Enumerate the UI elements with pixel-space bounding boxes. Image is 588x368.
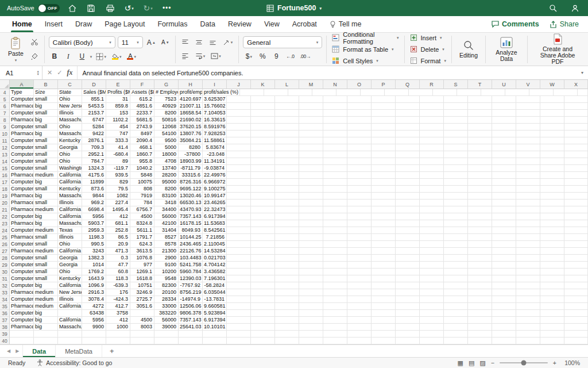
cell-A4[interactable]: Type xyxy=(10,89,34,96)
cell-M35[interactable] xyxy=(299,303,323,310)
cell-P33[interactable] xyxy=(372,289,396,296)
cell-D5[interactable]: 855.1 xyxy=(82,96,106,103)
share-button[interactable]: Share xyxy=(550,20,579,28)
cell-V22[interactable] xyxy=(516,213,540,220)
cell-X7[interactable] xyxy=(564,110,588,117)
cell-I23[interactable]: 11.53683 xyxy=(203,220,227,227)
cell-F9[interactable]: 2743.9 xyxy=(130,124,154,131)
cell-L29[interactable] xyxy=(275,262,299,269)
cell-V40[interactable] xyxy=(516,338,540,344)
cell-R28[interactable] xyxy=(420,255,444,262)
cell-V15[interactable] xyxy=(516,165,540,172)
cell-C37[interactable]: California xyxy=(58,317,82,324)
row-header-30[interactable]: 30 xyxy=(0,269,10,275)
cell-J38[interactable] xyxy=(227,324,251,331)
cell-T23[interactable] xyxy=(468,220,492,227)
cell-I28[interactable]: 0.021703 xyxy=(203,255,227,262)
cell-A29[interactable]: Computer xyxy=(10,262,34,269)
cell-T9[interactable] xyxy=(468,124,492,131)
cell-J39[interactable] xyxy=(227,331,251,338)
cell-F18[interactable]: 808 xyxy=(130,186,154,193)
cell-V8[interactable] xyxy=(516,117,540,124)
cell-A28[interactable]: Computer xyxy=(10,255,34,262)
cell-M14[interactable] xyxy=(299,158,323,165)
cell-R10[interactable] xyxy=(420,131,444,137)
cell-A15[interactable]: Computer xyxy=(10,165,34,172)
cell-G9[interactable]: 12068 xyxy=(154,124,179,131)
cell-G10[interactable]: 54100 xyxy=(154,131,179,137)
cell-V27[interactable] xyxy=(516,248,540,255)
cell-P24[interactable] xyxy=(372,227,396,234)
cell-S38[interactable] xyxy=(444,324,468,331)
cell-U32[interactable] xyxy=(492,282,516,289)
zoom-in-button[interactable]: + xyxy=(553,359,556,366)
cell-K40[interactable] xyxy=(251,338,275,344)
cell-U35[interactable] xyxy=(492,303,516,310)
cell-Q38[interactable] xyxy=(396,324,420,331)
cell-U13[interactable] xyxy=(492,151,516,158)
cell-H37[interactable]: 7357.143 xyxy=(179,317,203,324)
cell-S22[interactable] xyxy=(444,213,468,220)
create-share-adobe-pdf-button[interactable]: Create and Share Adobe PDF xyxy=(532,32,583,66)
cell-T12[interactable] xyxy=(468,144,492,151)
cell-H23[interactable]: 16178.15 xyxy=(179,220,203,227)
cell-R27[interactable] xyxy=(420,248,444,255)
column-header-V[interactable]: V xyxy=(516,80,540,89)
cell-V14[interactable] xyxy=(516,158,540,165)
cell-D34[interactable]: 3078.4 xyxy=(82,296,106,303)
cell-V18[interactable] xyxy=(516,186,540,193)
column-header-M[interactable]: M xyxy=(299,80,323,89)
cell-S24[interactable] xyxy=(444,227,468,234)
cell-E8[interactable]: 1102.2 xyxy=(106,117,130,124)
cell-U40[interactable] xyxy=(492,338,516,344)
cell-H7[interactable]: 18658.54 xyxy=(179,110,203,117)
cell-P29[interactable] xyxy=(372,262,396,269)
cell-Q40[interactable] xyxy=(396,338,420,344)
cell-E20[interactable]: 227.4 xyxy=(106,200,130,206)
cell-P22[interactable] xyxy=(372,213,396,220)
cell-D26[interactable]: 990.5 xyxy=(82,241,106,248)
cell-X20[interactable] xyxy=(564,200,588,206)
cell-D4[interactable]: Sales ($M) xyxy=(82,89,106,96)
cell-D28[interactable]: 1382.3 xyxy=(82,255,106,262)
cell-H27[interactable]: 22126.76 xyxy=(179,248,203,255)
cell-D21[interactable]: 6698.4 xyxy=(82,206,106,213)
cell-Q29[interactable] xyxy=(396,262,420,269)
cell-A17[interactable]: Computer xyxy=(10,179,34,186)
cell-O29[interactable] xyxy=(347,262,372,269)
cell-T39[interactable] xyxy=(468,331,492,338)
cell-J12[interactable] xyxy=(227,144,251,151)
cell-N19[interactable] xyxy=(323,193,347,200)
cell-I26[interactable]: 2.110045 xyxy=(203,241,227,248)
cell-D8[interactable]: 6747 xyxy=(82,117,106,124)
cell-C18[interactable]: Kentucky xyxy=(58,186,82,193)
cell-L35[interactable] xyxy=(275,303,299,310)
cell-E36[interactable]: 3758 xyxy=(106,310,130,317)
row-header-32[interactable]: 32 xyxy=(0,282,10,289)
cell-J40[interactable] xyxy=(227,338,251,344)
cell-T16[interactable] xyxy=(468,172,492,179)
row-header-19[interactable]: 19 xyxy=(0,193,10,200)
cell-C30[interactable]: Ohio xyxy=(58,269,82,275)
cell-L34[interactable] xyxy=(275,296,299,303)
cell-D38[interactable]: 9900 xyxy=(82,324,106,331)
cell-V9[interactable] xyxy=(516,124,540,131)
cell-Q16[interactable] xyxy=(396,172,420,179)
cell-C27[interactable]: California xyxy=(58,248,82,255)
cell-X39[interactable] xyxy=(564,331,588,338)
cell-P40[interactable] xyxy=(372,338,396,344)
cell-C5[interactable]: Ohio xyxy=(58,96,82,103)
cell-B13[interactable]: small xyxy=(34,151,58,158)
increase-font-size-button[interactable]: A▲ xyxy=(145,37,157,48)
cell-E26[interactable]: 20.9 xyxy=(106,241,130,248)
cell-O35[interactable] xyxy=(347,303,372,310)
merge-center-button[interactable]: ▾ xyxy=(209,51,223,62)
cell-E16[interactable]: 939.5 xyxy=(106,172,130,179)
cell-F25[interactable]: 1791.7 xyxy=(130,234,154,241)
format-as-table-button[interactable]: Format as Table ▾ xyxy=(331,45,400,54)
cell-O20[interactable] xyxy=(347,200,372,206)
cell-N6[interactable] xyxy=(323,103,347,110)
cell-C13[interactable]: Ohio xyxy=(58,151,82,158)
cell-V38[interactable] xyxy=(516,324,540,331)
cell-P15[interactable] xyxy=(372,165,396,172)
